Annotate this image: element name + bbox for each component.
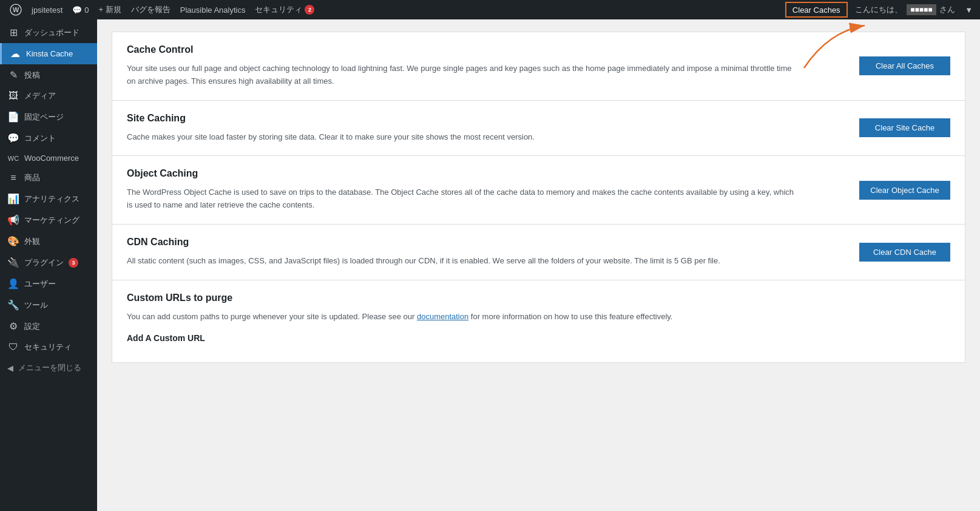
dashboard-icon: ⊞ xyxy=(7,27,19,38)
cdn-caching-section: CDN Caching All static content (such as … xyxy=(112,225,965,280)
wp-logo-item[interactable]: W xyxy=(5,0,27,19)
close-menu-button[interactable]: ◀ メニューを閉じる xyxy=(0,357,97,378)
main-content: Cache Control Your site uses our full pa… xyxy=(97,19,980,511)
cdn-caching-title: CDN Caching xyxy=(127,237,841,248)
security-menu[interactable]: セキュリティ 2 xyxy=(250,0,319,19)
sidebar-item-users[interactable]: 👤 ユーザー xyxy=(0,273,97,294)
cache-control-title: Cache Control xyxy=(127,44,841,55)
object-caching-title: Object Caching xyxy=(127,168,841,179)
cloud-icon: ☁ xyxy=(9,48,21,59)
sidebar-item-tools[interactable]: 🔧 ツール xyxy=(0,294,97,316)
sidebar-item-woocommerce[interactable]: WC WooCommerce xyxy=(0,149,97,168)
sidebar-item-appearance[interactable]: 🎨 外観 xyxy=(0,231,97,252)
user-avatar[interactable]: ▼ xyxy=(962,5,975,15)
sidebar-item-marketing[interactable]: 📢 マーケティング xyxy=(0,209,97,231)
plausible-analytics[interactable]: Plausible Analytics xyxy=(175,0,251,19)
bug-report[interactable]: バグを報告 xyxy=(126,0,175,19)
cache-control-section: Cache Control Your site uses our full pa… xyxy=(112,32,965,101)
sidebar-item-posts[interactable]: ✎ 投稿 xyxy=(0,64,97,86)
comment-count[interactable]: 💬 0 xyxy=(67,0,93,19)
clear-caches-top-button[interactable]: Clear Caches xyxy=(785,2,848,18)
site-caching-desc: Cache makes your site load faster by sto… xyxy=(127,131,794,144)
object-caching-desc: The WordPress Object Cache is used to sa… xyxy=(127,186,794,212)
sidebar-item-products[interactable]: ≡ 商品 xyxy=(0,168,97,188)
woo-icon: WC xyxy=(7,155,19,162)
new-content[interactable]: + 新規 xyxy=(94,0,126,19)
tools-icon: 🔧 xyxy=(7,299,19,311)
sidebar-item-comments[interactable]: 💬 コメント xyxy=(0,127,97,149)
custom-urls-section: Custom URLs to purge You can add custom … xyxy=(112,280,965,363)
media-icon: 🖼 xyxy=(7,90,19,101)
custom-urls-title: Custom URLs to purge xyxy=(127,293,232,303)
close-menu-icon: ◀ xyxy=(7,364,13,373)
users-icon: 👤 xyxy=(7,278,19,289)
clear-site-cache-button[interactable]: Clear Site Cache xyxy=(859,118,950,137)
howdy-text: こんにちは、 ■■■■■ さん xyxy=(850,4,961,15)
products-icon: ≡ xyxy=(7,172,19,183)
shield-icon: 🛡 xyxy=(7,342,19,353)
posts-icon: ✎ xyxy=(7,69,19,81)
comments-icon: 💬 xyxy=(7,132,19,144)
appearance-icon: 🎨 xyxy=(7,235,19,247)
sidebar-item-security[interactable]: 🛡 セキュリティ xyxy=(0,337,97,357)
sidebar-item-dashboard[interactable]: ⊞ ダッシュボード xyxy=(0,22,97,43)
sidebar-item-media[interactable]: 🖼 メディア xyxy=(0,86,97,106)
sidebar-item-pages[interactable]: 📄 固定ページ xyxy=(0,106,97,127)
sidebar: ⊞ ダッシュボード ☁ Kinsta Cache ✎ 投稿 🖼 メディア 📄 固… xyxy=(0,19,97,511)
svg-text:W: W xyxy=(13,6,19,13)
admin-bar: W jpsitetest 💬 0 + 新規 バグを報告 Plausible An… xyxy=(0,0,980,19)
sidebar-item-settings[interactable]: ⚙ 設定 xyxy=(0,316,97,337)
add-custom-url-title: Add A Custom URL xyxy=(127,333,205,343)
sidebar-item-plugins[interactable]: 🔌 プラグイン 3 xyxy=(0,252,97,273)
plugins-icon: 🔌 xyxy=(7,257,19,268)
documentation-link[interactable]: documentation xyxy=(417,312,468,321)
username-display: ■■■■■ xyxy=(907,4,936,15)
clear-object-cache-button[interactable]: Clear Object Cache xyxy=(859,181,950,200)
marketing-icon: 📢 xyxy=(7,214,19,226)
cdn-caching-desc: All static content (such as images, CSS,… xyxy=(127,255,794,268)
sidebar-item-analytics[interactable]: 📊 アナリティクス xyxy=(0,188,97,209)
clear-cdn-cache-button[interactable]: Clear CDN Cache xyxy=(859,243,950,262)
site-name[interactable]: jpsitetest xyxy=(27,0,67,19)
pages-icon: 📄 xyxy=(7,111,19,123)
object-caching-section: Object Caching The WordPress Object Cach… xyxy=(112,156,965,225)
custom-urls-desc: You can add custom paths to purge whenev… xyxy=(127,311,672,323)
site-caching-section: Site Caching Cache makes your site load … xyxy=(112,101,965,157)
cache-control-desc: Your site uses our full page and object … xyxy=(127,63,794,88)
settings-icon: ⚙ xyxy=(7,320,19,332)
clear-all-caches-button[interactable]: Clear All Caches xyxy=(859,56,950,75)
analytics-icon: 📊 xyxy=(7,193,19,205)
sidebar-item-kinsta-cache[interactable]: ☁ Kinsta Cache xyxy=(0,43,97,64)
security-badge: 2 xyxy=(305,5,314,15)
plugins-badge: 3 xyxy=(69,258,78,268)
site-caching-title: Site Caching xyxy=(127,113,841,124)
